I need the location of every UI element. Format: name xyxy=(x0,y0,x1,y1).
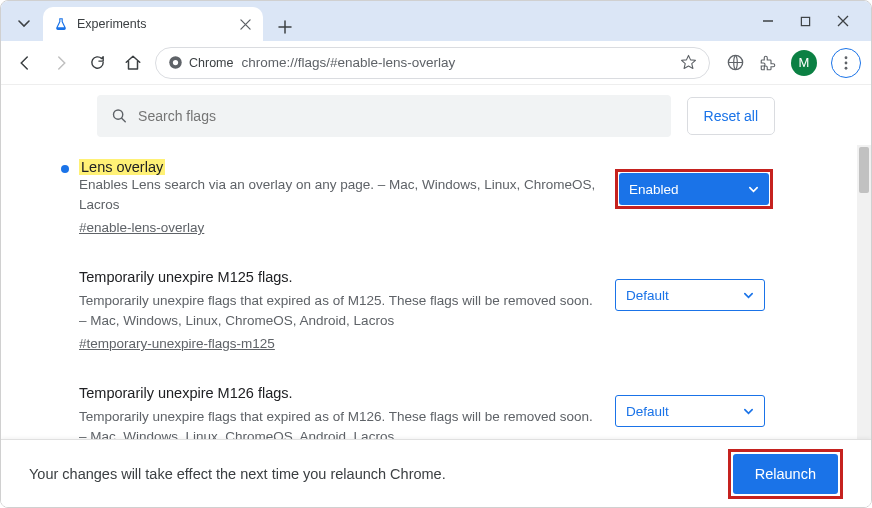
window-titlebar: Experiments xyxy=(1,1,871,41)
maximize-button[interactable] xyxy=(800,16,811,27)
search-input[interactable] xyxy=(138,108,656,124)
search-icon xyxy=(111,107,128,125)
back-button[interactable] xyxy=(11,49,39,77)
url-text: chrome://flags/#enable-lens-overlay xyxy=(241,55,672,70)
tab-title: Experiments xyxy=(77,17,229,31)
select-highlight: Enabled xyxy=(615,169,773,209)
window-controls xyxy=(746,1,865,41)
svg-point-6 xyxy=(845,66,848,69)
new-tab-button[interactable] xyxy=(271,13,299,41)
flag-row: Lens overlayEnables Lens search via an o… xyxy=(59,145,775,255)
scrollbar-thumb[interactable] xyxy=(859,147,869,193)
site-chip-label: Chrome xyxy=(189,56,233,70)
globe-icon[interactable] xyxy=(726,53,745,72)
relaunch-message: Your changes will take effect the next t… xyxy=(29,466,446,482)
chevron-down-icon xyxy=(748,184,759,195)
flag-select[interactable]: Default xyxy=(615,279,765,311)
flag-description: Enables Lens search via an overlay on an… xyxy=(79,175,597,214)
modified-dot-icon xyxy=(61,165,69,173)
reset-all-label: Reset all xyxy=(704,108,758,124)
search-flags-box[interactable] xyxy=(97,95,671,137)
tab-search-button[interactable] xyxy=(7,7,41,41)
relaunch-label: Relaunch xyxy=(755,466,816,482)
close-window-button[interactable] xyxy=(837,15,849,27)
flag-title: Temporarily unexpire M126 flags. xyxy=(79,385,597,401)
svg-point-4 xyxy=(845,56,848,59)
scrollbar[interactable] xyxy=(857,145,871,439)
flask-icon xyxy=(53,16,69,32)
relaunch-highlight: Relaunch xyxy=(728,449,843,499)
reset-all-button[interactable]: Reset all xyxy=(687,97,775,135)
profile-avatar[interactable]: M xyxy=(791,50,817,76)
svg-rect-0 xyxy=(801,17,809,25)
flag-anchor-link[interactable]: #enable-lens-overlay xyxy=(79,220,204,235)
flags-page: Reset all Lens overlayEnables Lens searc… xyxy=(1,85,871,507)
home-button[interactable] xyxy=(119,49,147,77)
browser-tab[interactable]: Experiments xyxy=(43,7,263,41)
flag-select[interactable]: Default xyxy=(615,395,765,427)
chrome-menu-button[interactable] xyxy=(831,48,861,78)
flag-select-value: Default xyxy=(626,404,669,419)
relaunch-button[interactable]: Relaunch xyxy=(733,454,838,494)
avatar-initial: M xyxy=(799,55,810,70)
flag-select[interactable]: Enabled xyxy=(619,173,769,205)
bookmark-star-icon[interactable] xyxy=(680,54,697,71)
chevron-down-icon xyxy=(743,290,754,301)
browser-toolbar: Chrome chrome://flags/#enable-lens-overl… xyxy=(1,41,871,85)
chevron-down-icon xyxy=(743,406,754,417)
address-bar[interactable]: Chrome chrome://flags/#enable-lens-overl… xyxy=(155,47,710,79)
minimize-button[interactable] xyxy=(762,15,774,27)
reload-button[interactable] xyxy=(83,49,111,77)
extensions-icon[interactable] xyxy=(759,54,777,72)
flag-anchor-link[interactable]: #temporary-unexpire-flags-m125 xyxy=(79,336,275,351)
flag-select-value: Enabled xyxy=(629,182,679,197)
close-icon[interactable] xyxy=(237,16,253,32)
flag-row: Temporarily unexpire M125 flags.Temporar… xyxy=(59,255,775,371)
svg-point-5 xyxy=(845,61,848,64)
flag-row: Temporarily unexpire M126 flags.Temporar… xyxy=(59,371,775,439)
svg-point-2 xyxy=(173,60,178,65)
flag-description: Temporarily unexpire flags that expired … xyxy=(79,291,597,330)
flags-list: Lens overlayEnables Lens search via an o… xyxy=(1,145,871,439)
relaunch-bar: Your changes will take effect the next t… xyxy=(1,439,871,507)
flag-description: Temporarily unexpire flags that expired … xyxy=(79,407,597,439)
flag-title: Temporarily unexpire M125 flags. xyxy=(79,269,597,285)
site-chip[interactable]: Chrome xyxy=(168,55,233,70)
forward-button[interactable] xyxy=(47,49,75,77)
flag-select-value: Default xyxy=(626,288,669,303)
flag-title: Lens overlay xyxy=(79,159,165,175)
flags-header: Reset all xyxy=(1,85,871,147)
chrome-icon xyxy=(168,55,183,70)
